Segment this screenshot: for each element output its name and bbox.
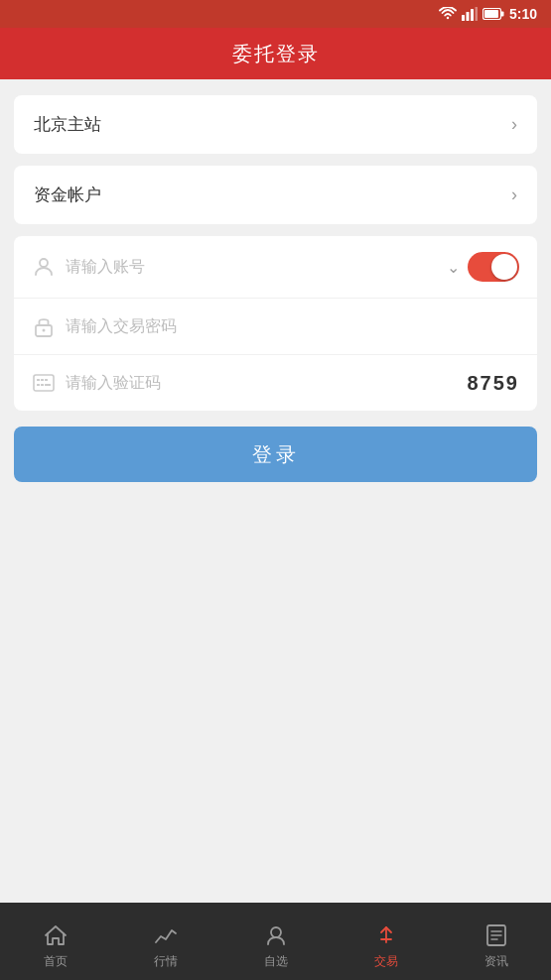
nav-label-watchlist: 自选 <box>264 953 288 970</box>
lock-icon <box>32 314 56 338</box>
news-icon <box>482 921 510 949</box>
captcha-icon <box>32 371 56 395</box>
remember-toggle[interactable] <box>468 252 519 282</box>
market-icon <box>152 921 180 949</box>
svg-rect-14 <box>37 384 40 386</box>
nav-item-market[interactable]: 行情 <box>110 903 220 980</box>
battery-icon <box>482 8 504 20</box>
nav-item-watchlist[interactable]: 自选 <box>220 903 331 980</box>
wifi-icon <box>439 7 457 21</box>
captcha-input[interactable] <box>66 374 458 392</box>
svg-rect-13 <box>45 379 48 381</box>
svg-rect-10 <box>34 375 54 391</box>
svg-rect-16 <box>45 384 51 386</box>
svg-rect-12 <box>41 379 44 381</box>
trade-icon <box>372 921 400 949</box>
password-row <box>14 299 537 355</box>
signal-icon <box>462 7 478 21</box>
nav-label-home: 首页 <box>44 953 68 970</box>
main-content: 北京主站 › 资金帐户 › ⌄ <box>0 79 551 498</box>
nav-label-market: 行情 <box>154 953 178 970</box>
svg-point-9 <box>43 329 46 332</box>
server-dropdown-card[interactable]: 北京主站 › <box>14 95 537 154</box>
svg-rect-11 <box>37 379 40 381</box>
nav-item-news[interactable]: 资讯 <box>441 903 551 980</box>
toggle-knob <box>491 254 517 280</box>
nav-item-trade[interactable]: 交易 <box>331 903 441 980</box>
account-dropdown-icon: ⌄ <box>447 258 460 277</box>
svg-point-7 <box>40 259 48 267</box>
bottom-nav: 首页 行情 自选 交易 <box>0 903 551 980</box>
svg-rect-5 <box>484 10 498 18</box>
status-time: 5:10 <box>509 6 537 22</box>
account-row-extra: ⌄ <box>447 252 519 282</box>
svg-rect-6 <box>500 12 503 17</box>
nav-label-trade: 交易 <box>374 953 398 970</box>
server-label: 北京主站 <box>34 113 101 136</box>
account-type-chevron-icon: › <box>511 184 517 205</box>
svg-rect-3 <box>475 7 478 21</box>
page-title: 委托登录 <box>232 41 320 67</box>
account-type-dropdown-card[interactable]: 资金帐户 › <box>14 166 537 224</box>
server-chevron-icon: › <box>511 114 517 135</box>
svg-rect-2 <box>471 9 474 21</box>
status-icons: 5:10 <box>439 6 537 22</box>
top-nav: 委托登录 <box>0 28 551 79</box>
user-icon <box>32 255 56 279</box>
status-bar: 5:10 <box>0 0 551 28</box>
captcha-row: 8759 <box>14 355 537 411</box>
home-icon <box>42 921 69 949</box>
password-input[interactable] <box>66 317 519 335</box>
login-form-card: ⌄ <box>14 236 537 411</box>
server-dropdown[interactable]: 北京主站 › <box>14 95 537 154</box>
account-input[interactable] <box>66 258 437 276</box>
svg-point-17 <box>271 927 281 937</box>
nav-item-home[interactable]: 首页 <box>0 903 110 980</box>
account-type-dropdown[interactable]: 资金帐户 › <box>14 166 537 224</box>
account-row: ⌄ <box>14 236 537 299</box>
captcha-code[interactable]: 8759 <box>468 372 520 395</box>
svg-rect-1 <box>466 12 469 21</box>
watchlist-icon <box>262 921 290 949</box>
nav-label-news: 资讯 <box>484 953 508 970</box>
account-type-label: 资金帐户 <box>34 184 101 206</box>
svg-rect-0 <box>462 15 465 21</box>
svg-rect-15 <box>41 384 44 386</box>
login-button[interactable]: 登录 <box>14 427 537 482</box>
